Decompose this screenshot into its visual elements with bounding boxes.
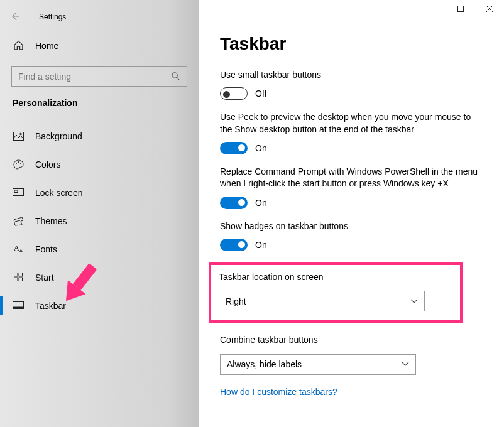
svg-rect-10 [14,278,18,281]
svg-rect-13 [13,307,24,309]
sidebar-item-lockscreen[interactable]: Lock screen [0,178,199,207]
toggle-powershell[interactable] [220,197,248,209]
svg-rect-11 [19,278,23,281]
svg-point-0 [172,73,177,78]
svg-rect-9 [19,273,23,277]
nav-list: Background Colors Lock screen Themes AA … [0,122,199,320]
svg-rect-7 [14,190,18,193]
back-arrow-icon [10,11,20,21]
help-link[interactable]: How do I customize taskbars? [220,387,337,397]
setting-label-small-buttons: Use small taskbar buttons [220,69,485,81]
search-box[interactable] [11,66,187,87]
toggle-state: On [255,143,267,153]
page-title: Taskbar [220,34,485,54]
home-icon [13,40,24,51]
themes-icon [13,216,24,226]
chevron-down-icon [410,299,418,304]
sidebar-item-colors[interactable]: Colors [0,150,199,178]
maximize-icon [457,6,464,12]
dropdown-combine-buttons[interactable]: Always, hide labels [220,354,416,375]
home-label: Home [35,41,58,51]
setting-label-peek: Use Peek to preview the desktop when you… [220,111,485,136]
dropdown-value: Right [226,296,246,306]
main-content: Taskbar Use small taskbar buttons Off Us… [199,0,504,427]
sidebar-item-label: Taskbar [35,301,66,311]
dropdown-value: Always, hide labels [227,359,302,369]
svg-point-5 [20,163,21,164]
sidebar-item-label: Start [35,273,54,283]
toggle-badges[interactable] [220,239,248,251]
start-icon [13,273,24,282]
setting-label-badges: Show badges on taskbar buttons [220,220,485,232]
minimize-button[interactable] [417,0,446,18]
app-title: Settings [26,13,199,21]
svg-point-2 [19,133,21,135]
sidebar-item-label: Fonts [35,244,57,254]
chevron-down-icon [402,362,409,367]
toggle-peek[interactable] [220,142,248,154]
svg-point-3 [16,163,17,164]
toggle-state: On [255,240,267,250]
dropdown-taskbar-location[interactable]: Right [219,291,425,311]
toggle-small-buttons[interactable] [220,87,248,100]
sidebar-item-label: Lock screen [35,188,82,198]
section-title: Personalization [13,98,186,108]
sidebar-item-taskbar[interactable]: Taskbar [0,291,199,320]
setting-label-location: Taskbar location on screen [219,271,452,283]
sidebar-item-start[interactable]: Start [0,263,199,291]
sidebar-item-label: Themes [35,216,67,226]
maximize-button[interactable] [446,0,475,18]
sidebar: Settings Home Personalization Background [0,0,199,427]
svg-rect-8 [14,273,18,277]
toggle-state: Off [255,89,266,99]
toggle-state: On [255,198,267,208]
palette-icon [13,159,24,170]
setting-label-combine: Combine taskbar buttons [220,334,485,346]
sidebar-item-label: Colors [35,159,60,170]
search-icon [171,72,180,81]
setting-label-powershell: Replace Command Prompt with Windows Powe… [220,166,485,190]
svg-point-4 [18,161,19,163]
home-nav[interactable]: Home [0,33,199,58]
back-button[interactable] [3,6,28,26]
sidebar-item-themes[interactable]: Themes [0,207,199,235]
annotation-highlight: Taskbar location on screen Right [209,262,463,323]
svg-rect-15 [458,6,464,12]
sidebar-item-background[interactable]: Background [0,122,199,150]
search-input[interactable] [18,72,171,82]
svg-rect-14 [429,9,435,9]
close-button[interactable] [475,0,504,18]
lockscreen-icon [13,188,24,197]
close-icon [486,6,493,12]
image-icon [13,132,24,141]
minimize-icon [429,9,435,9]
sidebar-item-label: Background [35,131,82,141]
taskbar-icon [13,301,24,310]
fonts-icon: AA [13,244,24,254]
sidebar-item-fonts[interactable]: AA Fonts [0,235,199,263]
